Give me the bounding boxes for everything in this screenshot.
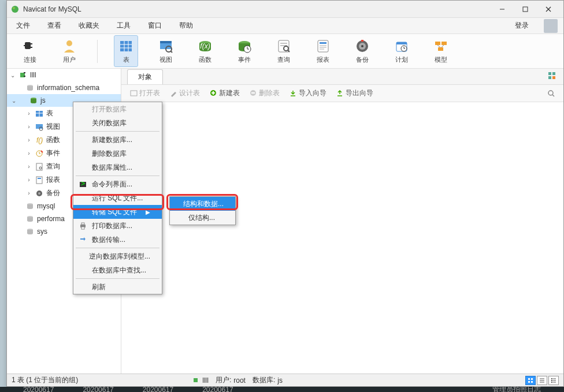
svg-rect-47 — [438, 47, 443, 51]
ctx-sub-structure-only[interactable]: 仅结构... — [170, 211, 235, 225]
menu-file[interactable]: 文件 — [13, 18, 34, 33]
database-icon — [25, 201, 35, 211]
ctx-refresh[interactable]: 刷新 — [73, 280, 162, 294]
menu-help[interactable]: 帮助 — [176, 18, 196, 33]
action-delete-table[interactable]: 删除表 — [246, 87, 283, 100]
svg-rect-74 — [552, 72, 555, 75]
ctx-dump-sql[interactable]: 转储 SQL 文件▶ — [73, 205, 162, 219]
transfer-icon — [78, 235, 87, 244]
expand-icon[interactable]: › — [25, 124, 32, 130]
user-icon — [61, 38, 77, 54]
svg-rect-52 — [24, 76, 25, 77]
backup-small-icon — [35, 189, 44, 198]
view-grid-button[interactable] — [525, 376, 536, 385]
collapse-icon[interactable]: ⌄ — [9, 72, 16, 79]
ctx-new-db[interactable]: 新建数据库... — [73, 133, 162, 147]
tool-user[interactable]: 用户 — [58, 36, 81, 66]
ctx-close-db[interactable]: 关闭数据库 — [73, 116, 162, 130]
ctx-print-db[interactable]: 打印数据库... — [73, 219, 162, 233]
avatar[interactable] — [544, 19, 558, 33]
tab-options-icon[interactable] — [546, 70, 558, 83]
tool-query[interactable]: 查询 — [272, 35, 295, 67]
svg-rect-76 — [552, 76, 555, 79]
menu-window[interactable]: 窗口 — [144, 18, 165, 33]
expand-icon[interactable]: › — [25, 163, 32, 170]
svg-rect-104 — [81, 223, 84, 225]
ctx-cmd-interface[interactable]: >命令列界面... — [73, 177, 162, 191]
action-import[interactable]: 导入向导 — [285, 87, 330, 100]
action-export[interactable]: 导出向导 — [332, 87, 377, 100]
expand-icon[interactable]: › — [25, 137, 32, 143]
report-icon — [315, 38, 331, 54]
tool-backup[interactable]: 备份 — [351, 35, 374, 67]
plug-icon — [22, 38, 38, 54]
collapse-icon[interactable]: ⌄ — [10, 98, 17, 104]
expand-icon[interactable]: › — [25, 150, 32, 156]
database-icon — [25, 214, 35, 223]
ctx-sub-structure-data[interactable]: 结构和数据... — [170, 197, 235, 211]
tree-connection[interactable]: ⌄ llll — [7, 69, 121, 81]
login-link[interactable]: 登录 — [515, 21, 529, 31]
separator — [97, 40, 98, 63]
view-icon — [158, 38, 174, 54]
new-icon — [209, 89, 217, 98]
svg-rect-7 — [31, 43, 32, 44]
context-submenu-dump: 结构和数据... 仅结构... — [169, 196, 236, 225]
tool-table[interactable]: 表 — [114, 35, 138, 67]
tool-view[interactable]: 视图 — [154, 35, 177, 67]
ctx-data-transfer[interactable]: 数据传输... — [73, 233, 162, 247]
tool-event[interactable]: 事件 — [233, 35, 256, 67]
minimize-button[interactable] — [491, 1, 514, 17]
action-search[interactable] — [544, 88, 559, 99]
tool-model[interactable]: 模型 — [429, 35, 452, 67]
tab-bar: 对象 — [121, 69, 563, 85]
view-details-button[interactable] — [548, 376, 559, 385]
expand-icon[interactable]: › — [25, 110, 32, 117]
action-open-table[interactable]: 打开表 — [126, 87, 164, 100]
svg-rect-67 — [38, 178, 41, 179]
svg-rect-3 — [523, 7, 528, 12]
tool-connect[interactable]: 连接 — [18, 36, 42, 66]
action-new-table[interactable]: 新建表 — [206, 87, 243, 100]
ctx-find-in-db[interactable]: 在数据库中查找... — [73, 263, 162, 277]
printer-icon — [78, 221, 87, 230]
svg-rect-95 — [551, 378, 552, 379]
ctx-reverse-model[interactable]: 逆向数据库到模型... — [73, 249, 162, 263]
svg-point-1 — [13, 7, 15, 9]
svg-rect-11 — [120, 41, 132, 51]
terminal-icon: > — [78, 180, 87, 189]
ctx-delete-db[interactable]: 删除数据库 — [73, 147, 162, 160]
tab-objects[interactable]: 对象 — [127, 69, 163, 84]
tree-db-info-schema[interactable]: information_schema — [7, 81, 121, 94]
expand-icon[interactable]: › — [25, 177, 32, 183]
titlebar: Navicat for MySQL — [7, 1, 563, 18]
expand-icon[interactable]: › — [25, 190, 32, 196]
svg-rect-90 — [528, 381, 530, 383]
close-button[interactable] — [537, 1, 560, 17]
ctx-open-db[interactable]: 打开数据库 — [73, 102, 162, 116]
query-small-icon — [35, 162, 44, 171]
action-design-table[interactable]: 设计表 — [166, 87, 203, 100]
view-list-button[interactable] — [537, 376, 547, 385]
menu-tools[interactable]: 工具 — [113, 18, 134, 33]
svg-text:>: > — [81, 181, 85, 188]
svg-rect-87 — [194, 378, 198, 382]
ctx-db-props[interactable]: 数据库属性... — [73, 160, 162, 174]
ctx-run-sql[interactable]: 运行 SQL 文件... — [73, 191, 162, 205]
svg-line-19 — [170, 51, 172, 53]
menu-view[interactable]: 查看 — [44, 18, 65, 33]
status-tables: 1 表 (1 位于当前的组) — [12, 375, 78, 385]
action-bar: 打开表 设计表 新建表 删除表 导入向导 — [121, 85, 563, 102]
svg-rect-99 — [551, 382, 552, 383]
design-icon — [169, 89, 177, 98]
event-small-icon — [35, 149, 44, 158]
tool-report[interactable]: 报表 — [311, 35, 335, 67]
table-small-icon — [35, 109, 44, 118]
view-small-icon — [35, 122, 44, 132]
svg-rect-17 — [160, 41, 172, 43]
tool-schedule[interactable]: 计划 — [390, 35, 413, 67]
svg-rect-89 — [531, 378, 533, 380]
menu-favorites[interactable]: 收藏夹 — [75, 18, 103, 33]
maximize-button[interactable] — [514, 1, 537, 17]
tool-function[interactable]: f(x) 函数 — [194, 35, 217, 67]
